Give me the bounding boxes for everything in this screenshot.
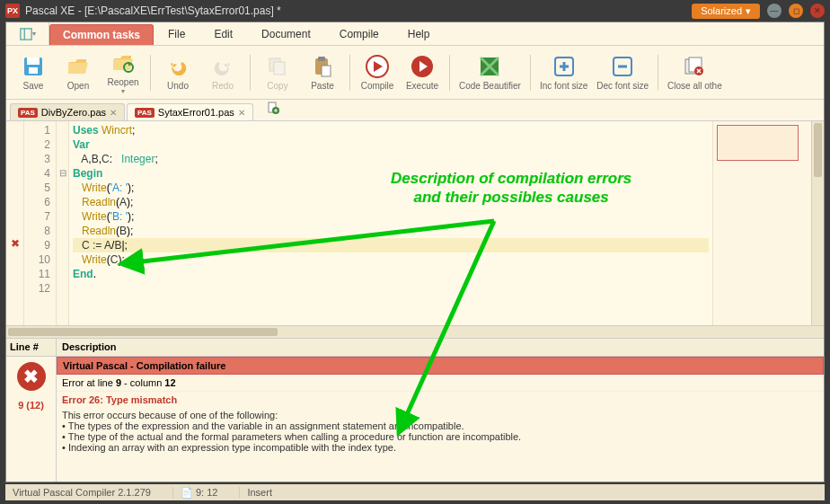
error-col-desc-header: Description (57, 339, 824, 357)
save-icon (21, 54, 46, 79)
execute-icon (410, 54, 435, 79)
theme-label: Solarized (701, 5, 742, 16)
svg-rect-9 (318, 57, 325, 61)
vertical-scrollbar[interactable] (811, 121, 824, 325)
marker-gutter: ✖ (6, 121, 24, 325)
status-cursor-pos: 📄 9: 12 (172, 487, 218, 499)
error-location: Error at line 9 - column 12 (57, 375, 824, 392)
error-name: Error 26: Type mismatch (57, 392, 824, 408)
new-file-button[interactable] (264, 99, 282, 120)
dec-font-button[interactable]: Dec font size (593, 49, 652, 97)
menu-bar: ▾ Common tasks File Edit Document Compil… (6, 22, 824, 46)
window-title: Pascal XE - [E:\PascalXE\ErrTest\SytaxEr… (25, 4, 692, 17)
error-panel: Line # ✖ 9 (12) Description Virtual Pasc… (6, 338, 824, 482)
status-insert-mode: Insert (239, 487, 272, 498)
paste-button[interactable]: Paste (301, 49, 344, 97)
reopen-button[interactable]: Reopen▾ (102, 49, 145, 97)
undo-icon (165, 54, 190, 79)
fold-gutter: ⊟ (57, 121, 69, 325)
tab-common-tasks[interactable]: Common tasks (49, 24, 154, 45)
code-area[interactable]: Uses Wincrt;Var A,B,C: Integer;Begin Wri… (69, 121, 712, 325)
menu-compile[interactable]: Compile (325, 22, 393, 45)
menu-edit[interactable]: Edit (199, 22, 247, 45)
close-tab-button[interactable]: ✕ (110, 108, 117, 118)
status-compiler: Virtual Pascal Compiler 2.1.279 (13, 487, 151, 498)
save-button[interactable]: Save (12, 49, 55, 97)
folder-reopen-icon (110, 50, 136, 75)
maximize-button[interactable]: ◻ (789, 4, 803, 18)
copy-icon (265, 54, 290, 79)
minus-icon (610, 54, 635, 79)
error-title: Virtual Pascal - Compilation failure (57, 357, 824, 375)
error-description: This error occurs because of one of the … (57, 408, 824, 455)
menu-document[interactable]: Document (247, 22, 325, 45)
beautifier-icon (477, 54, 502, 79)
title-bar: PX Pascal XE - [E:\PascalXE\ErrTest\Syta… (0, 0, 830, 22)
plus-icon (552, 54, 577, 79)
paste-icon (310, 54, 335, 79)
svg-rect-3 (27, 57, 40, 65)
pas-badge-icon: PAS (135, 108, 155, 118)
theme-dropdown[interactable]: Solarized▾ (692, 4, 760, 19)
pas-badge-icon: PAS (18, 108, 38, 118)
minimize-button[interactable]: — (767, 4, 781, 18)
svg-rect-7 (274, 62, 285, 75)
svg-rect-4 (29, 67, 38, 74)
redo-button[interactable]: Redo (201, 49, 244, 97)
compile-button[interactable]: Compile (356, 49, 399, 97)
line-number-gutter: 123456789101112 (24, 121, 57, 325)
layout-icon (20, 28, 32, 40)
folder-open-icon (66, 54, 91, 79)
execute-button[interactable]: Execute (401, 49, 444, 97)
new-file-icon (267, 102, 279, 114)
redo-icon (210, 54, 235, 79)
menu-help[interactable]: Help (393, 22, 445, 45)
close-tab-button[interactable]: ✕ (238, 108, 245, 118)
annotation-text: Description of compilation errors and th… (391, 169, 631, 208)
error-line-ref: 9 (12) (6, 396, 56, 414)
file-tab-sytaxerror01[interactable]: PAS SytaxError01.pas ✕ (127, 103, 253, 120)
toolbar: Save Open Reopen▾ Undo Redo Copy Paste C… (6, 46, 824, 100)
svg-rect-0 (20, 28, 31, 39)
file-tab-divbyzero[interactable]: PAS DivByZero.pas ✕ (10, 103, 125, 120)
close-window-button[interactable]: ✕ (810, 4, 825, 18)
close-all-icon (682, 54, 707, 79)
chevron-down-icon: ▾ (746, 5, 751, 17)
horizontal-scrollbar[interactable] (6, 325, 824, 338)
error-indicator-icon: ✖ (17, 362, 46, 391)
status-bar: Virtual Pascal Compiler 2.1.279 📄 9: 12 … (5, 484, 825, 500)
file-tab-bar: PAS DivByZero.pas ✕ PAS SytaxError01.pas… (6, 100, 824, 121)
menu-file[interactable]: File (154, 22, 199, 45)
copy-button[interactable]: Copy (256, 49, 299, 97)
inc-font-button[interactable]: Inc font size (536, 49, 591, 97)
error-col-line-header: Line # (6, 339, 56, 357)
minimap[interactable] (712, 121, 811, 325)
beautifier-button[interactable]: Code Beautifier (455, 49, 525, 97)
app-icon: PX (5, 4, 20, 18)
code-editor[interactable]: ✖ 123456789101112 ⊟ Uses Wincrt;Var A,B,… (6, 121, 824, 325)
layout-panel-button[interactable]: ▾ (6, 22, 49, 45)
svg-rect-10 (322, 66, 331, 76)
close-all-others-button[interactable]: Close all othe (664, 49, 726, 97)
undo-button[interactable]: Undo (156, 49, 199, 97)
open-button[interactable]: Open (57, 49, 100, 97)
compile-icon (365, 54, 390, 79)
